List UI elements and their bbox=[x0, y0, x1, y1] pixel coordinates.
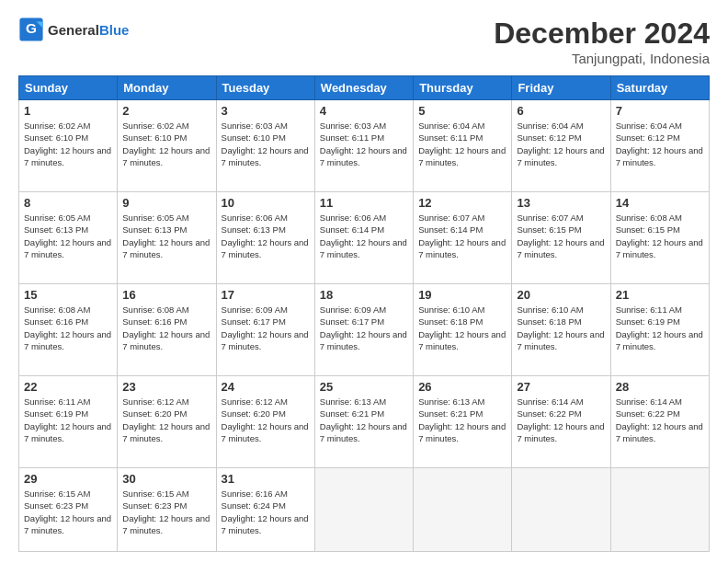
day-number: 22 bbox=[24, 380, 112, 394]
week-row-4: 22 Sunrise: 6:11 AMSunset: 6:19 PMDaylig… bbox=[19, 376, 710, 468]
day-info: Sunrise: 6:12 AMSunset: 6:20 PMDaylight:… bbox=[122, 396, 210, 444]
day-info: Sunrise: 6:16 AMSunset: 6:24 PMDaylight:… bbox=[222, 488, 310, 536]
day-cell: 31 Sunrise: 6:16 AMSunset: 6:24 PMDaylig… bbox=[216, 468, 314, 552]
day-info: Sunrise: 6:03 AMSunset: 6:10 PMDaylight:… bbox=[222, 120, 310, 168]
day-info: Sunrise: 6:04 AMSunset: 6:12 PMDaylight:… bbox=[517, 120, 605, 168]
day-number: 27 bbox=[517, 380, 605, 394]
day-number: 15 bbox=[24, 288, 112, 302]
day-cell: 15 Sunrise: 6:08 AMSunset: 6:16 PMDaylig… bbox=[19, 284, 118, 376]
day-info: Sunrise: 6:02 AMSunset: 6:10 PMDaylight:… bbox=[24, 120, 112, 168]
day-info: Sunrise: 6:13 AMSunset: 6:21 PMDaylight:… bbox=[418, 396, 506, 444]
col-header-monday: Monday bbox=[118, 76, 216, 100]
day-number: 30 bbox=[122, 472, 210, 486]
day-number: 24 bbox=[222, 380, 310, 394]
day-cell: 19 Sunrise: 6:10 AMSunset: 6:18 PMDaylig… bbox=[414, 284, 512, 376]
week-row-3: 15 Sunrise: 6:08 AMSunset: 6:16 PMDaylig… bbox=[19, 284, 710, 376]
day-info: Sunrise: 6:07 AMSunset: 6:14 PMDaylight:… bbox=[418, 212, 506, 260]
day-info: Sunrise: 6:10 AMSunset: 6:18 PMDaylight:… bbox=[418, 304, 506, 352]
day-info: Sunrise: 6:04 AMSunset: 6:12 PMDaylight:… bbox=[616, 120, 704, 168]
day-cell: 13 Sunrise: 6:07 AMSunset: 6:15 PMDaylig… bbox=[512, 192, 610, 284]
day-cell bbox=[414, 468, 512, 552]
day-number: 21 bbox=[616, 288, 704, 302]
day-cell: 23 Sunrise: 6:12 AMSunset: 6:20 PMDaylig… bbox=[118, 376, 216, 468]
day-info: Sunrise: 6:15 AMSunset: 6:23 PMDaylight:… bbox=[24, 488, 112, 536]
day-info: Sunrise: 6:08 AMSunset: 6:16 PMDaylight:… bbox=[122, 304, 210, 352]
day-info: Sunrise: 6:05 AMSunset: 6:13 PMDaylight:… bbox=[24, 212, 112, 260]
day-info: Sunrise: 6:15 AMSunset: 6:23 PMDaylight:… bbox=[122, 488, 210, 536]
day-cell: 27 Sunrise: 6:14 AMSunset: 6:22 PMDaylig… bbox=[512, 376, 610, 468]
day-info: Sunrise: 6:05 AMSunset: 6:13 PMDaylight:… bbox=[122, 212, 210, 260]
day-info: Sunrise: 6:06 AMSunset: 6:14 PMDaylight:… bbox=[320, 212, 408, 260]
day-cell: 7 Sunrise: 6:04 AMSunset: 6:12 PMDayligh… bbox=[610, 100, 709, 192]
col-header-sunday: Sunday bbox=[19, 76, 118, 100]
day-number: 16 bbox=[122, 288, 210, 302]
day-info: Sunrise: 6:09 AMSunset: 6:17 PMDaylight:… bbox=[320, 304, 408, 352]
day-number: 14 bbox=[616, 196, 704, 210]
day-cell: 10 Sunrise: 6:06 AMSunset: 6:13 PMDaylig… bbox=[216, 192, 314, 284]
calendar-table: SundayMondayTuesdayWednesdayThursdayFrid… bbox=[18, 75, 710, 552]
day-cell: 16 Sunrise: 6:08 AMSunset: 6:16 PMDaylig… bbox=[118, 284, 216, 376]
day-info: Sunrise: 6:08 AMSunset: 6:15 PMDaylight:… bbox=[616, 212, 704, 260]
day-number: 11 bbox=[320, 196, 408, 210]
day-cell: 26 Sunrise: 6:13 AMSunset: 6:21 PMDaylig… bbox=[414, 376, 512, 468]
day-cell: 24 Sunrise: 6:12 AMSunset: 6:20 PMDaylig… bbox=[216, 376, 314, 468]
day-cell: 18 Sunrise: 6:09 AMSunset: 6:17 PMDaylig… bbox=[314, 284, 413, 376]
day-info: Sunrise: 6:14 AMSunset: 6:22 PMDaylight:… bbox=[616, 396, 704, 444]
day-cell: 12 Sunrise: 6:07 AMSunset: 6:14 PMDaylig… bbox=[414, 192, 512, 284]
day-number: 13 bbox=[517, 196, 605, 210]
calendar-page: G GeneralBlue December 2024 Tanjungpati,… bbox=[0, 0, 728, 563]
day-cell: 14 Sunrise: 6:08 AMSunset: 6:15 PMDaylig… bbox=[610, 192, 709, 284]
col-header-thursday: Thursday bbox=[414, 76, 512, 100]
day-cell: 25 Sunrise: 6:13 AMSunset: 6:21 PMDaylig… bbox=[314, 376, 413, 468]
day-info: Sunrise: 6:09 AMSunset: 6:17 PMDaylight:… bbox=[222, 304, 310, 352]
day-number: 23 bbox=[122, 380, 210, 394]
day-number: 28 bbox=[616, 380, 704, 394]
day-number: 20 bbox=[517, 288, 605, 302]
day-cell: 21 Sunrise: 6:11 AMSunset: 6:19 PMDaylig… bbox=[610, 284, 709, 376]
day-number: 1 bbox=[24, 104, 112, 118]
day-number: 9 bbox=[122, 196, 210, 210]
day-info: Sunrise: 6:06 AMSunset: 6:13 PMDaylight:… bbox=[222, 212, 310, 260]
day-info: Sunrise: 6:12 AMSunset: 6:20 PMDaylight:… bbox=[222, 396, 310, 444]
day-number: 6 bbox=[517, 104, 605, 118]
day-cell: 2 Sunrise: 6:02 AMSunset: 6:10 PMDayligh… bbox=[118, 100, 216, 192]
day-cell: 4 Sunrise: 6:03 AMSunset: 6:11 PMDayligh… bbox=[314, 100, 413, 192]
day-info: Sunrise: 6:13 AMSunset: 6:21 PMDaylight:… bbox=[320, 396, 408, 444]
day-number: 10 bbox=[222, 196, 310, 210]
day-info: Sunrise: 6:02 AMSunset: 6:10 PMDaylight:… bbox=[122, 120, 210, 168]
col-header-saturday: Saturday bbox=[610, 76, 709, 100]
day-cell bbox=[610, 468, 709, 552]
day-info: Sunrise: 6:11 AMSunset: 6:19 PMDaylight:… bbox=[24, 396, 112, 444]
day-info: Sunrise: 6:04 AMSunset: 6:11 PMDaylight:… bbox=[418, 120, 506, 168]
day-info: Sunrise: 6:14 AMSunset: 6:22 PMDaylight:… bbox=[517, 396, 605, 444]
logo-text: GeneralBlue bbox=[48, 22, 129, 38]
day-number: 18 bbox=[320, 288, 408, 302]
day-number: 31 bbox=[222, 472, 310, 486]
day-cell: 30 Sunrise: 6:15 AMSunset: 6:23 PMDaylig… bbox=[118, 468, 216, 552]
day-info: Sunrise: 6:11 AMSunset: 6:19 PMDaylight:… bbox=[616, 304, 704, 352]
day-info: Sunrise: 6:03 AMSunset: 6:11 PMDaylight:… bbox=[320, 120, 408, 168]
day-cell: 5 Sunrise: 6:04 AMSunset: 6:11 PMDayligh… bbox=[414, 100, 512, 192]
day-number: 8 bbox=[24, 196, 112, 210]
header: G GeneralBlue December 2024 Tanjungpati,… bbox=[18, 17, 710, 66]
day-number: 7 bbox=[616, 104, 704, 118]
location: Tanjungpati, Indonesia bbox=[494, 51, 710, 66]
day-cell bbox=[314, 468, 413, 552]
day-cell: 17 Sunrise: 6:09 AMSunset: 6:17 PMDaylig… bbox=[216, 284, 314, 376]
day-info: Sunrise: 6:08 AMSunset: 6:16 PMDaylight:… bbox=[24, 304, 112, 352]
day-number: 26 bbox=[418, 380, 506, 394]
week-row-2: 8 Sunrise: 6:05 AMSunset: 6:13 PMDayligh… bbox=[19, 192, 710, 284]
calendar-header-row: SundayMondayTuesdayWednesdayThursdayFrid… bbox=[19, 76, 710, 100]
day-cell bbox=[512, 468, 610, 552]
day-cell: 28 Sunrise: 6:14 AMSunset: 6:22 PMDaylig… bbox=[610, 376, 709, 468]
day-cell: 3 Sunrise: 6:03 AMSunset: 6:10 PMDayligh… bbox=[216, 100, 314, 192]
month-title: December 2024 bbox=[494, 17, 710, 51]
day-info: Sunrise: 6:07 AMSunset: 6:15 PMDaylight:… bbox=[517, 212, 605, 260]
day-cell: 22 Sunrise: 6:11 AMSunset: 6:19 PMDaylig… bbox=[19, 376, 118, 468]
day-number: 19 bbox=[418, 288, 506, 302]
day-cell: 1 Sunrise: 6:02 AMSunset: 6:10 PMDayligh… bbox=[19, 100, 118, 192]
day-number: 29 bbox=[24, 472, 112, 486]
day-cell: 11 Sunrise: 6:06 AMSunset: 6:14 PMDaylig… bbox=[314, 192, 413, 284]
day-number: 12 bbox=[418, 196, 506, 210]
day-number: 5 bbox=[418, 104, 506, 118]
